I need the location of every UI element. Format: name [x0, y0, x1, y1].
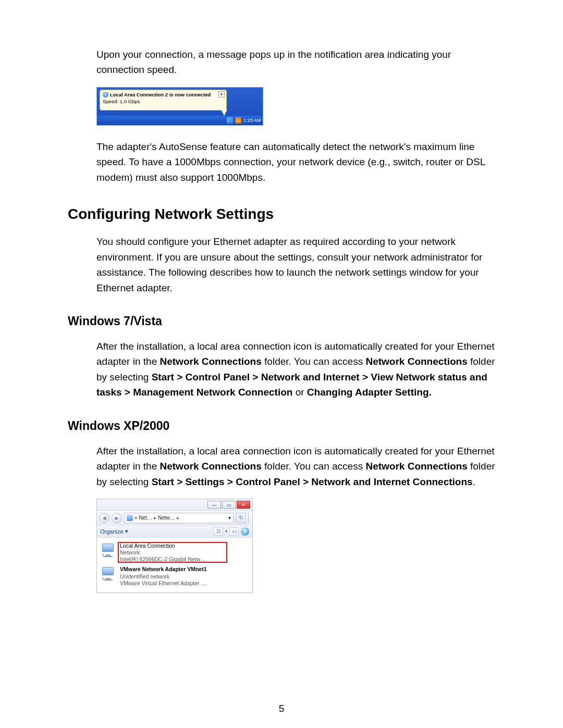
text: .: [473, 476, 475, 487]
info-icon: i: [103, 92, 108, 97]
help-button[interactable]: ?: [241, 527, 249, 536]
chevron-right-icon: ▸: [177, 515, 179, 521]
refresh-button[interactable]: ↻: [236, 513, 246, 523]
balloon-title-text: Local Area Connection 2 is now connected: [110, 92, 211, 97]
item-status: Network: [120, 549, 206, 556]
balloon-speed-text: Speed: 1.0 Gbps: [103, 98, 224, 104]
subsection-heading-winxp: Windows XP/2000: [68, 419, 495, 433]
item-device: VMware Virtual Ethernet Adapter …: [120, 580, 206, 587]
taskbar-clock: 1:23 AM: [243, 118, 261, 123]
text: or: [292, 387, 307, 398]
address-bar[interactable]: « Net… ▸ Netw… ▸ ▾: [124, 513, 234, 523]
breadcrumb: Netw…: [158, 515, 175, 521]
configure-intro-paragraph: You should configure your Ethernet adapt…: [96, 234, 495, 295]
chevron-down-icon[interactable]: ▾: [225, 529, 227, 534]
notification-balloon: i Local Area Connection 2 is now connect…: [100, 90, 227, 110]
balloon-tail: [221, 109, 227, 116]
view-button[interactable]: ☷: [214, 527, 223, 536]
chevron-down-icon: ▾: [125, 528, 128, 535]
taskbar: 1:23 AM: [97, 116, 263, 125]
network-connections-screenshot: — ▭ ✕ ◄ ► « Net… ▸ Netw… ▸ ▾ ↻ Organize …: [96, 499, 253, 593]
bold: Network Connections: [160, 356, 261, 367]
text: folder. You can access: [262, 461, 366, 472]
intro-paragraph: Upon your connection, a message pops up …: [96, 47, 495, 78]
item-device: Intel(R) 82566DC-2 Gigabit Netw…: [120, 556, 206, 563]
tray-network-icon: [227, 117, 233, 124]
maximize-button[interactable]: ▭: [222, 501, 236, 509]
bold: Network Connections: [160, 461, 261, 472]
address-dropdown-icon[interactable]: ▾: [228, 515, 231, 521]
subsection-heading-win7: Windows 7/Vista: [68, 314, 495, 328]
chevron-right-icon: ▸: [154, 515, 156, 521]
minimize-button[interactable]: —: [207, 501, 221, 509]
close-button[interactable]: ✕: [237, 501, 250, 509]
preview-pane-button[interactable]: ▭: [229, 527, 239, 536]
window-toolbar: Organize ▾ ☷ ▾ ▭ ?: [97, 525, 252, 538]
breadcrumb: « Net…: [134, 515, 152, 521]
notification-screenshot: i Local Area Connection 2 is now connect…: [96, 87, 263, 126]
item-name: VMware Network Adapter VMnet1: [120, 566, 206, 573]
forward-button[interactable]: ►: [112, 513, 122, 523]
connection-list: Local Area Connection Network Intel(R) 8…: [97, 538, 252, 593]
bold: Network Connections: [365, 356, 467, 367]
tray-shield-icon: [235, 117, 241, 124]
item-name: Local Area Connection: [120, 542, 206, 549]
bold: Start > Settings > Control Panel > Netwo…: [152, 476, 473, 487]
adapter-icon: [101, 542, 117, 557]
text: folder. You can access: [262, 356, 366, 367]
item-status: Unidentified network: [120, 573, 206, 580]
organize-menu[interactable]: Organize ▾: [100, 528, 128, 535]
list-item[interactable]: Local Area Connection Network Intel(R) 8…: [99, 541, 250, 564]
section-heading: Configuring Network Settings: [68, 206, 495, 223]
window-titlebar: — ▭ ✕: [97, 499, 252, 511]
adapter-icon: [101, 566, 117, 581]
winxp-paragraph: After the installation, a local area con…: [96, 443, 495, 489]
search-stub: [248, 513, 250, 523]
bold: Changing Adapter Setting.: [307, 387, 432, 398]
organize-label: Organize: [100, 528, 124, 535]
balloon-close-button[interactable]: ×: [218, 91, 225, 97]
window-navbar: ◄ ► « Net… ▸ Netw… ▸ ▾ ↻: [97, 511, 252, 525]
list-item[interactable]: VMware Network Adapter VMnet1 Unidentifi…: [99, 564, 250, 588]
page-number: 5: [0, 703, 563, 714]
network-icon: [127, 515, 133, 521]
back-button[interactable]: ◄: [99, 513, 109, 523]
win7-paragraph: After the installation, a local area con…: [96, 339, 495, 400]
bold: Network Connections: [365, 461, 467, 472]
autosense-paragraph: The adapter's AutoSense feature can auto…: [96, 139, 495, 185]
